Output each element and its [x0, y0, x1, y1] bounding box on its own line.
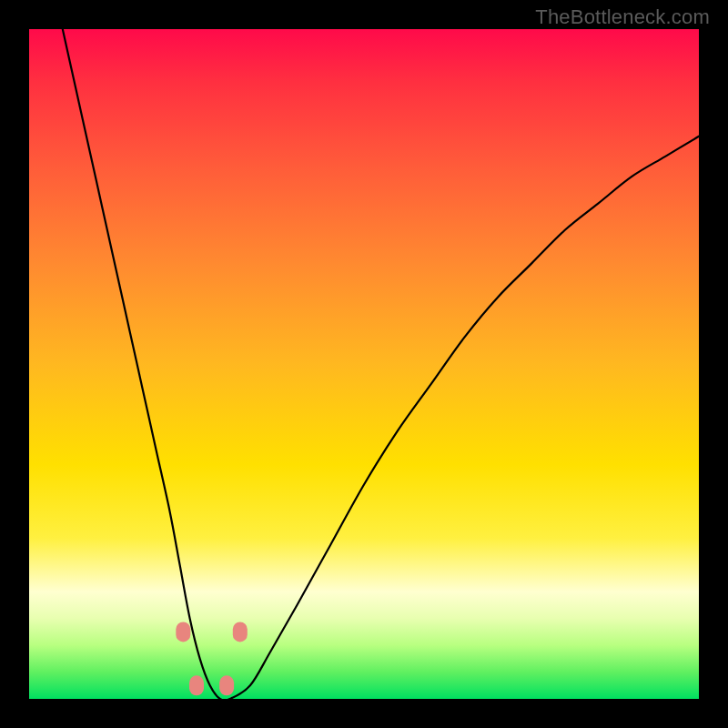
curve-marker [176, 622, 190, 642]
curve-markers [176, 622, 247, 695]
plot-area [29, 29, 699, 699]
chart-frame: TheBottleneck.com [0, 0, 728, 728]
bottleneck-curve [63, 29, 699, 701]
curve-svg [29, 29, 699, 699]
watermark-text: TheBottleneck.com [535, 5, 710, 29]
curve-marker [233, 622, 248, 642]
curve-marker [219, 675, 234, 695]
curve-marker [189, 675, 204, 695]
